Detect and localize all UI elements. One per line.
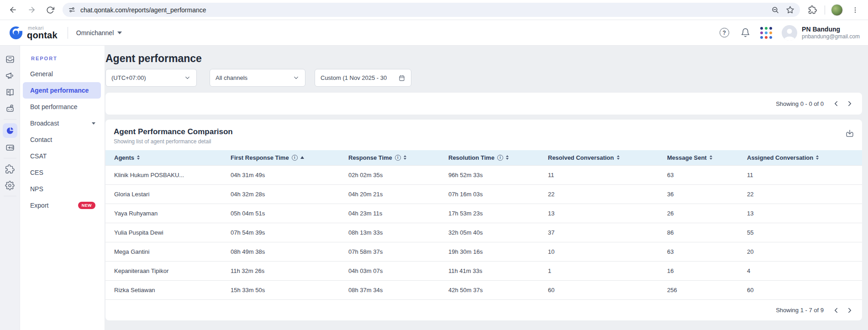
table-row[interactable]: Yaya Ruhyaman 05h 04m 51s 04h 23m 11s 17… bbox=[105, 204, 862, 223]
address-bar[interactable]: chat.qontak.com/reports/agent_performanc… bbox=[63, 3, 800, 17]
agent-name-cell: Mega Gantini bbox=[105, 242, 231, 261]
resolved-conversation-cell: 13 bbox=[548, 204, 667, 223]
brand-logo[interactable]: mekari qontak bbox=[8, 25, 58, 41]
comparison-pagination: Showing 1 - 7 of 9 bbox=[105, 299, 862, 320]
integrations-puzzle-icon[interactable] bbox=[0, 161, 20, 177]
zoom-out-icon[interactable] bbox=[771, 6, 779, 14]
brand-qontak: qontak bbox=[27, 31, 58, 40]
table-body: Klinik Hukum POSBAKU... 04h 31m 49s 02h … bbox=[105, 165, 862, 299]
bookmark-star-icon[interactable] bbox=[786, 5, 794, 14]
extensions-icon[interactable] bbox=[806, 4, 819, 16]
sidebar-item-ces[interactable]: CES bbox=[23, 164, 101, 181]
sidebar-item-agent-performance[interactable]: Agent performance bbox=[23, 82, 101, 99]
table-row[interactable]: Yulia Puspita Dewi 07h 54m 39s 08h 13m 3… bbox=[105, 223, 862, 242]
sidebar-item-csat[interactable]: CSAT bbox=[23, 148, 101, 164]
table-row[interactable]: Gloria Lestari 04h 32m 28s 04h 20m 21s 0… bbox=[105, 184, 862, 204]
site-info-icon[interactable] bbox=[68, 6, 76, 14]
assigned-conversation-cell: 4 bbox=[747, 261, 862, 280]
calendar-icon bbox=[398, 74, 405, 82]
col-assigned-conversation[interactable]: Assigned Conversation bbox=[747, 150, 862, 165]
info-icon bbox=[292, 155, 298, 161]
chevron-down-icon bbox=[293, 74, 300, 81]
wallet-icon[interactable] bbox=[0, 139, 20, 156]
first-response-time-cell: 11h 32m 26s bbox=[231, 261, 348, 280]
reports-pie-icon[interactable] bbox=[0, 122, 20, 139]
notifications-bell-icon[interactable] bbox=[740, 27, 751, 38]
next-page-icon[interactable] bbox=[844, 304, 856, 316]
resolution-time-cell: 42h 50m 37s bbox=[448, 280, 548, 299]
prev-page-icon[interactable] bbox=[830, 98, 842, 110]
assigned-conversation-cell: 55 bbox=[747, 223, 862, 242]
sort-icon bbox=[816, 155, 819, 160]
bot-icon[interactable] bbox=[0, 100, 20, 117]
resolution-time-cell: 96h 52m 33s bbox=[448, 165, 548, 184]
table-row[interactable]: Kepaniteraan Tipikor 11h 32m 26s 04h 03m… bbox=[105, 261, 862, 280]
first-response-time-cell: 08h 49m 38s bbox=[231, 242, 348, 261]
table-row[interactable]: Klinik Hukum POSBAKU... 04h 31m 49s 02h … bbox=[105, 165, 862, 184]
back-icon[interactable] bbox=[6, 4, 19, 16]
sidebar-item-nps[interactable]: NPS bbox=[23, 181, 101, 197]
col-message-sent[interactable]: Message Sent bbox=[667, 150, 747, 165]
knowledge-book-icon[interactable] bbox=[0, 84, 20, 100]
sidebar-item-contact[interactable]: Contact bbox=[23, 131, 101, 148]
response-time-cell: 07h 58m 37s bbox=[348, 242, 448, 261]
icon-rail bbox=[0, 46, 20, 330]
sidebar-item-broadcast[interactable]: Broadcast bbox=[23, 115, 101, 131]
browser-menu-icon[interactable] bbox=[849, 4, 862, 16]
resolved-conversation-cell: 37 bbox=[548, 223, 667, 242]
sidebar-item-general[interactable]: General bbox=[23, 66, 101, 82]
apps-grid-icon[interactable] bbox=[761, 27, 772, 38]
col-resolution-time[interactable]: Resolution Time bbox=[448, 150, 548, 165]
col-first-response-time[interactable]: First Response Time bbox=[231, 150, 348, 165]
col-response-time[interactable]: Response Time bbox=[348, 150, 448, 165]
date-range-picker[interactable]: Custom (1 Nov 2025 - 30 bbox=[315, 69, 411, 87]
sidebar-item-bot-performance[interactable]: Bot performance bbox=[23, 99, 101, 115]
user-email: pnbandung@gmail.com bbox=[802, 33, 860, 40]
assigned-conversation-cell: 20 bbox=[747, 242, 862, 261]
comparison-subtitle: Showing list of agent performance detail bbox=[114, 138, 854, 145]
next-page-icon[interactable] bbox=[844, 98, 856, 110]
workspace-selector[interactable]: Omnichannel bbox=[76, 29, 122, 37]
chevron-down-icon bbox=[92, 122, 95, 125]
channels-select[interactable]: All channels bbox=[210, 69, 305, 87]
resolved-conversation-cell: 1 bbox=[548, 261, 667, 280]
browser-profile-avatar[interactable] bbox=[831, 4, 843, 16]
page-title: Agent performance bbox=[105, 52, 862, 65]
help-icon[interactable]: ? bbox=[719, 27, 730, 38]
prev-page-icon[interactable] bbox=[830, 304, 842, 316]
timezone-select[interactable]: (UTC+07:00) bbox=[105, 69, 197, 87]
forward-icon[interactable] bbox=[25, 4, 38, 16]
rail-divider bbox=[4, 158, 16, 158]
col-resolved-conversation[interactable]: Resolved Conversation bbox=[548, 150, 667, 165]
agent-name-cell: Yaya Ruhyaman bbox=[105, 204, 231, 223]
message-sent-cell: 63 bbox=[667, 165, 747, 184]
sidebar-item-export[interactable]: ExportNEW bbox=[23, 197, 101, 214]
agent-name-cell: Gloria Lestari bbox=[105, 184, 231, 204]
user-menu[interactable]: PN Bandung pnbandung@gmail.com bbox=[782, 25, 860, 41]
resolution-time-cell: 19h 30m 16s bbox=[448, 242, 548, 261]
response-time-cell: 04h 23m 11s bbox=[348, 204, 448, 223]
filters-row: (UTC+07:00) All channels Custom (1 Nov 2… bbox=[105, 69, 862, 87]
screen: chat.qontak.com/reports/agent_performanc… bbox=[0, 0, 868, 330]
download-icon[interactable] bbox=[845, 129, 855, 139]
agent-name-cell: Kepaniteraan Tipikor bbox=[105, 261, 231, 280]
settings-gear-icon[interactable] bbox=[0, 177, 20, 194]
resolution-time-cell: 17h 53m 23s bbox=[448, 204, 548, 223]
table-row[interactable]: Rizka Setiawan 15h 33m 50s 08h 37m 34s 4… bbox=[105, 280, 862, 299]
inbox-icon[interactable] bbox=[0, 51, 20, 68]
qontak-logo-icon bbox=[8, 25, 24, 41]
user-name: PN Bandung bbox=[802, 26, 860, 33]
assigned-conversation-cell: 60 bbox=[747, 280, 862, 299]
sort-icon bbox=[137, 155, 140, 160]
first-response-time-cell: 07h 54m 39s bbox=[231, 223, 348, 242]
app-header: mekari qontak Omnichannel ? PN Bandung p… bbox=[0, 20, 868, 46]
info-icon bbox=[497, 155, 503, 161]
col-agents[interactable]: Agents bbox=[105, 150, 231, 165]
table-row[interactable]: Mega Gantini 08h 49m 38s 07h 58m 37s 19h… bbox=[105, 242, 862, 261]
browser-toolbar: chat.qontak.com/reports/agent_performanc… bbox=[0, 0, 868, 20]
toolbar-divider bbox=[825, 5, 825, 15]
reload-icon[interactable] bbox=[44, 4, 57, 16]
broadcast-megaphone-icon[interactable] bbox=[0, 68, 20, 84]
url-text: chat.qontak.com/reports/agent_performanc… bbox=[80, 6, 206, 14]
comparison-title: Agent Performance Comparison bbox=[114, 127, 854, 137]
